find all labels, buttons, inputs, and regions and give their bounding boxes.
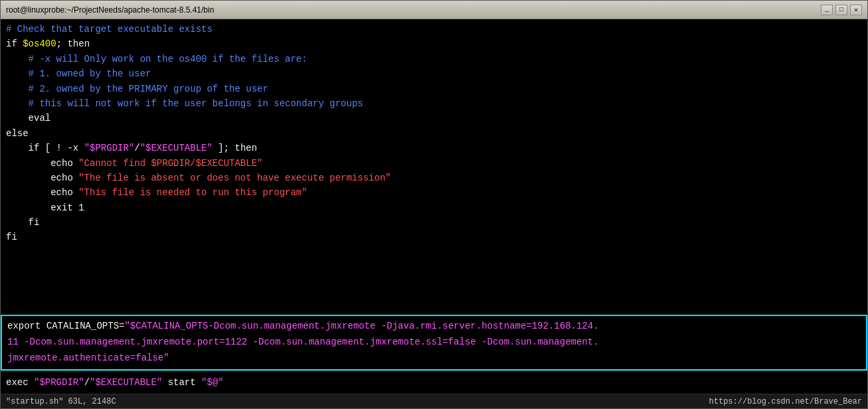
exec-line-1: exec "$PRGDIR"/"$EXECUTABLE" start "$@" — [6, 375, 862, 390]
line-9: if [ ! -x "$PRGDIR"/"$EXECUTABLE" ]; the… — [6, 141, 862, 155]
line-6: # this will not work if the user belongs… — [6, 96, 862, 111]
statusbar-url: https://blog.csdn.net/Brave_Bear — [709, 397, 862, 406]
line-15: fi — [6, 230, 862, 244]
line-3: # -x will Only work on the os400 if the … — [6, 52, 862, 66]
highlighted-export-block: export CATALINA_OPTS="$CATALINA_OPTS-Dco… — [1, 315, 867, 370]
statusbar-file-info: "startup.sh" 63L, 2148C — [6, 397, 709, 406]
line-12: echo "This file is needed to run this pr… — [6, 185, 862, 200]
maximize-button[interactable]: □ — [835, 5, 847, 15]
terminal-window: root@linuxprobe:~/ProjectNeeds/apache-to… — [0, 0, 868, 409]
line-14: fi — [6, 215, 862, 230]
line-8: else — [6, 126, 862, 141]
line-11: echo "The file is absent or does not hav… — [6, 171, 862, 185]
code-area: # Check that target executable exists if… — [1, 19, 867, 315]
export-line-1: export CATALINA_OPTS="$CATALINA_OPTS-Dco… — [7, 319, 861, 335]
exec-block: exec "$PRGDIR"/"$EXECUTABLE" start "$@" — [1, 371, 867, 394]
close-button[interactable]: ✕ — [850, 5, 862, 15]
line-7: eval — [6, 111, 862, 125]
line-4: # 1. owned by the user — [6, 66, 862, 81]
code-block: # Check that target executable exists if… — [6, 22, 862, 312]
line-1: # Check that target executable exists — [6, 22, 862, 37]
export-line-2: 11 -Dcom.sun.management.jmxremote.port=1… — [7, 335, 861, 351]
line-10: echo "Cannot find $PRGDIR/$EXECUTABLE" — [6, 156, 862, 171]
export-line-3: jmxremote.authenticate=false" — [7, 351, 861, 367]
line-2: if $os400; then — [6, 37, 862, 51]
line-5: # 2. owned by the PRIMARY group of the u… — [6, 82, 862, 96]
line-13: exit 1 — [6, 201, 862, 215]
statusbar: "startup.sh" 63L, 2148C https://blog.csd… — [1, 394, 867, 408]
titlebar-controls: _ □ ✕ — [821, 5, 862, 15]
titlebar-title: root@linuxprobe:~/ProjectNeeds/apache-to… — [6, 5, 821, 15]
titlebar: root@linuxprobe:~/ProjectNeeds/apache-to… — [1, 1, 867, 19]
terminal-body: # Check that target executable exists if… — [1, 19, 867, 408]
minimize-button[interactable]: _ — [821, 5, 833, 15]
